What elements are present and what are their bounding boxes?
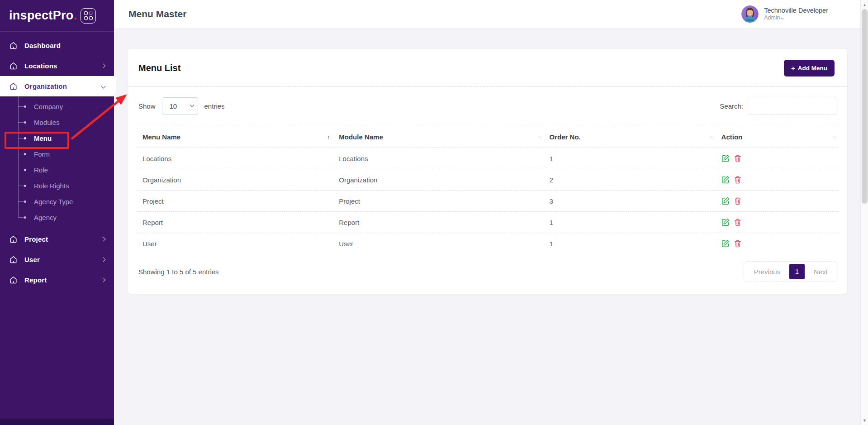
table-row: Locations Locations 1 xyxy=(137,148,838,169)
table-row: User User 1 xyxy=(137,233,838,254)
home-icon xyxy=(9,41,18,50)
sidebar-item-label: Locations xyxy=(24,62,57,70)
sidebar-item-label: Project xyxy=(24,235,48,243)
brand-dot: . xyxy=(74,9,77,23)
sidebar-subitem-form[interactable]: Form xyxy=(0,146,114,162)
subitem-label: Role xyxy=(34,166,48,174)
sidebar-subitem-agency-type[interactable]: Agency Type xyxy=(0,194,114,210)
scrollbar[interactable]: ▲ ▼ xyxy=(860,0,868,425)
next-page-button[interactable]: Next xyxy=(806,264,835,279)
edit-icon[interactable] xyxy=(721,154,730,162)
page-title: Menu Master xyxy=(128,9,186,19)
add-menu-button[interactable]: + Add Menu xyxy=(784,60,835,76)
plus-icon: + xyxy=(791,64,795,72)
sidebar-item-dashboard[interactable]: Dashboard xyxy=(0,35,114,56)
delete-icon[interactable] xyxy=(734,218,742,226)
add-menu-label: Add Menu xyxy=(798,65,827,72)
table-controls: Show 10 entries Search: xyxy=(128,87,847,123)
brand-name: inspectPro xyxy=(9,9,74,23)
entries-label: entries xyxy=(204,102,225,110)
table-header-row: Menu Name ↑↓ Module Name ↑↓ Order No. ↑↓ xyxy=(137,126,838,148)
subitem-label: Role Rights xyxy=(34,182,69,190)
home-icon xyxy=(9,276,18,284)
entries-info: Showing 1 to 5 of 5 entries xyxy=(138,268,219,276)
cell-order-no: 1 xyxy=(544,212,716,233)
page-length-select[interactable]: 10 xyxy=(162,97,198,115)
cell-module-name: Organization xyxy=(333,169,543,191)
pagination: Previous 1 Next xyxy=(744,261,838,282)
cell-module-name: Project xyxy=(333,191,543,212)
delete-icon[interactable] xyxy=(734,154,742,162)
chevron-down-icon xyxy=(101,84,106,89)
subitem-label: Agency Type xyxy=(34,198,73,205)
edit-icon[interactable] xyxy=(721,239,730,248)
sidebar-item-locations[interactable]: Locations xyxy=(0,56,114,76)
organization-submenu: Company Modules Menu Form Role xyxy=(0,96,114,229)
table-wrap: Menu Name ↑↓ Module Name ↑↓ Order No. ↑↓ xyxy=(128,123,847,254)
avatar[interactable] xyxy=(741,5,759,23)
sidebar-subitem-modules[interactable]: Modules xyxy=(0,115,114,130)
current-page-button[interactable]: 1 xyxy=(789,264,805,279)
cell-menu-name: Project xyxy=(137,191,333,212)
menu-list-card: Menu List + Add Menu Show 10 entries xyxy=(128,49,847,294)
card-header: Menu List + Add Menu xyxy=(128,49,847,87)
column-header-menu-name[interactable]: Menu Name ↑↓ xyxy=(137,126,333,148)
subitem-label: Modules xyxy=(34,119,60,126)
sort-icon: ↑↓ xyxy=(710,134,714,140)
column-header-order-no[interactable]: Order No. ↑↓ xyxy=(544,126,716,148)
edit-icon[interactable] xyxy=(721,218,730,226)
table-row: Report Report 1 xyxy=(137,212,838,233)
card-title: Menu List xyxy=(138,63,180,73)
cell-order-no: 3 xyxy=(544,191,716,212)
edit-icon[interactable] xyxy=(721,176,730,184)
cell-order-no: 1 xyxy=(544,148,716,169)
sidebar-subitem-role-rights[interactable]: Role Rights xyxy=(0,178,114,194)
previous-page-button[interactable]: Previous xyxy=(747,264,787,279)
main-area: Menu Master Tec xyxy=(114,0,868,425)
subitem-label: Agency xyxy=(34,214,57,221)
cell-module-name: Locations xyxy=(333,148,543,169)
sidebar-item-organization[interactable]: Organization xyxy=(0,76,114,96)
sidebar-subitem-company[interactable]: Company xyxy=(0,99,114,115)
topbar: Menu Master Tec xyxy=(114,0,868,29)
sidebar-item-project[interactable]: Project xyxy=(0,229,114,249)
sidebar-subitem-menu[interactable]: Menu xyxy=(0,130,114,146)
delete-icon[interactable] xyxy=(734,176,742,184)
edit-icon[interactable] xyxy=(721,197,730,205)
chevron-right-icon xyxy=(101,278,106,282)
sidebar: inspectPro. Dashboard Locations Organiza… xyxy=(0,0,114,425)
sidebar-subitem-agency[interactable]: Agency xyxy=(0,210,114,225)
cell-order-no: 2 xyxy=(544,169,716,191)
delete-icon[interactable] xyxy=(734,239,742,248)
chevron-right-icon xyxy=(101,258,106,262)
sidebar-item-user[interactable]: User xyxy=(0,249,114,270)
user-menu[interactable]: Technoville Developer Admin⌄ xyxy=(741,5,828,23)
user-role-dropdown[interactable]: Admin⌄ xyxy=(764,14,828,22)
cell-module-name: User xyxy=(333,233,543,254)
sidebar-item-report[interactable]: Report xyxy=(0,270,114,290)
cell-menu-name: Locations xyxy=(137,148,333,169)
sidebar-item-label: Dashboard xyxy=(24,42,61,49)
column-header-action[interactable]: Action ↑↓ xyxy=(716,126,838,148)
content-area: Menu List + Add Menu Show 10 entries xyxy=(114,29,868,425)
home-icon xyxy=(9,82,18,91)
scroll-up-icon[interactable]: ▲ xyxy=(861,1,868,9)
cell-module-name: Report xyxy=(333,212,543,233)
show-label: Show xyxy=(138,102,156,110)
scroll-down-icon[interactable]: ▼ xyxy=(861,416,868,424)
cell-menu-name: User xyxy=(137,233,333,254)
sidebar-bottom-strip xyxy=(0,419,114,425)
sidebar-nav: Dashboard Locations Organization Company xyxy=(0,32,114,290)
cell-order-no: 1 xyxy=(544,233,716,254)
chevron-right-icon xyxy=(101,64,106,68)
column-header-module-name[interactable]: Module Name ↑↓ xyxy=(333,126,543,148)
menu-table: Menu Name ↑↓ Module Name ↑↓ Order No. ↑↓ xyxy=(137,126,838,254)
app-window: inspectPro. Dashboard Locations Organiza… xyxy=(0,0,868,425)
sidebar-subitem-role[interactable]: Role xyxy=(0,162,114,178)
grid-menu-icon[interactable] xyxy=(81,8,96,24)
delete-icon[interactable] xyxy=(734,197,742,205)
subitem-label: Menu xyxy=(34,134,52,142)
search-input[interactable] xyxy=(748,97,836,115)
brand-logo[interactable]: inspectPro. xyxy=(0,0,114,32)
scrollbar-thumb[interactable] xyxy=(862,9,868,204)
